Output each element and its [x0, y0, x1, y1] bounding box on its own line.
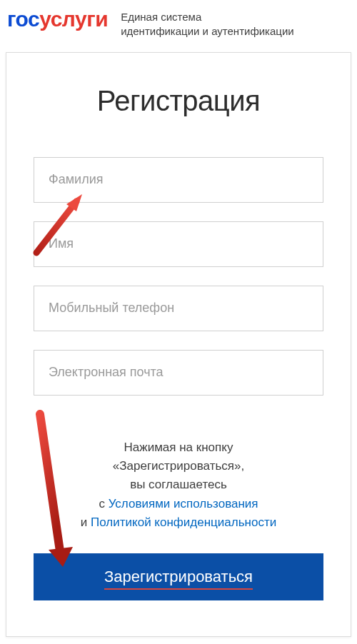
- register-button[interactable]: Зарегистрироваться: [34, 553, 323, 600]
- surname-field[interactable]: [34, 157, 323, 203]
- agreement-line1: Нажимая на кнопку: [124, 441, 233, 454]
- phone-field[interactable]: [34, 286, 323, 331]
- terms-link[interactable]: Условиями использования: [109, 497, 258, 510]
- logo: госуслуги: [7, 9, 108, 30]
- registration-form: [34, 157, 323, 396]
- site-header: госуслуги Единая система идентификации и…: [0, 0, 357, 52]
- agreement-line3: вы соглашаетесь: [130, 478, 227, 491]
- agreement-text: Нажимая на кнопку «Зарегистрироваться», …: [34, 438, 323, 533]
- name-field[interactable]: [34, 221, 323, 267]
- logo-part2: услуги: [39, 7, 108, 31]
- privacy-link[interactable]: Политикой конфиденциальности: [91, 515, 276, 529]
- registration-panel: Регистрация Нажимая на кнопку «Зарегистр…: [6, 52, 351, 638]
- agreement-line4-prefix: с: [99, 497, 108, 510]
- header-subtitle: Единая система идентификации и аутентифи…: [121, 9, 294, 39]
- email-field[interactable]: [34, 350, 323, 396]
- header-subtitle-line1: Единая система: [121, 11, 201, 23]
- agreement-line5-prefix: и: [81, 515, 91, 529]
- page-title: Регистрация: [34, 86, 323, 116]
- register-button-label: Зарегистрироваться: [104, 568, 253, 590]
- logo-part1: гос: [7, 7, 39, 31]
- agreement-line2: «Зарегистрироваться»,: [113, 459, 244, 473]
- header-subtitle-line2: идентификации и аутентификации: [121, 25, 294, 37]
